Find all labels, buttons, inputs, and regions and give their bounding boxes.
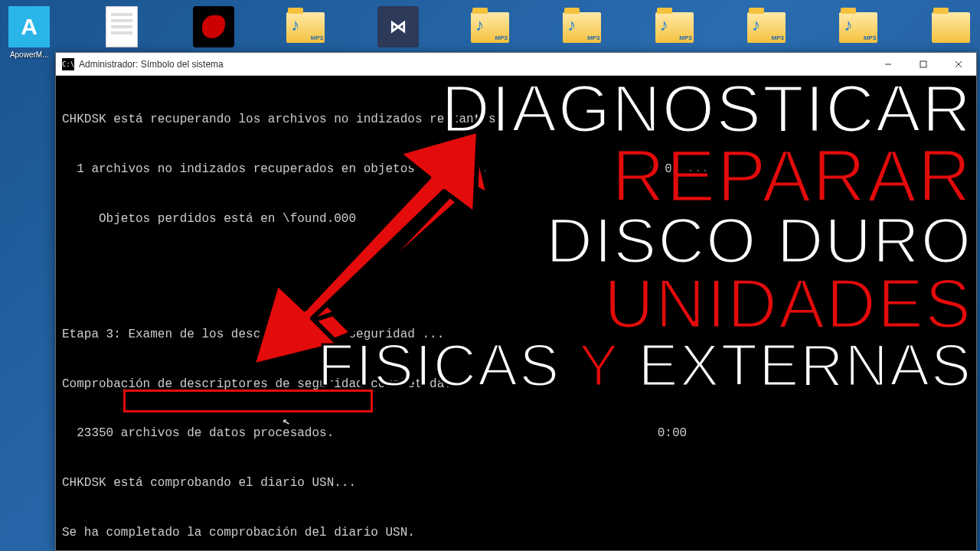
desktop-icon-wax[interactable] xyxy=(191,6,237,47)
window-title: Administrador: Símbolo del sistema xyxy=(79,59,871,70)
desktop-icon-mp3-2[interactable]: ♪ MP3 xyxy=(467,6,513,43)
folder-icon: ♪ MP3 xyxy=(655,12,694,43)
folder-icon xyxy=(932,12,970,43)
desktop-icon-folder-7[interactable] xyxy=(928,6,974,43)
folder-icon: ♪ MP3 xyxy=(471,12,509,43)
apowermirror-icon: A xyxy=(8,6,50,47)
close-button[interactable] xyxy=(941,53,976,76)
desktop-icon-virtualbox[interactable]: ⋈ xyxy=(374,6,420,47)
desktop-icon-label: ApowerM... xyxy=(10,51,49,59)
maximize-button[interactable] xyxy=(906,53,941,76)
desktop-icon-mp3-4[interactable]: ♪ MP3 xyxy=(652,6,697,43)
wax-icon xyxy=(193,6,234,47)
folder-icon: ♪ MP3 xyxy=(839,12,877,43)
terminal-line: Etapa 3: Examen de los descriptores de s… xyxy=(62,327,970,344)
terminal-line: Se ha completado la comprobación del dia… xyxy=(62,525,970,542)
desktop-icon-apowermirror[interactable]: A ApowerM... xyxy=(6,6,52,59)
folder-icon: ♪ MP3 xyxy=(286,12,325,43)
document-icon xyxy=(106,6,138,47)
command-prompt-window: C:\ Administrador: Símbolo del sistema C… xyxy=(55,52,977,551)
titlebar[interactable]: C:\ Administrador: Símbolo del sistema xyxy=(56,53,976,76)
terminal-line: CHKDSK está comprobando el diario USN... xyxy=(62,475,970,492)
virtualbox-icon: ⋈ xyxy=(377,6,419,47)
minimize-button[interactable] xyxy=(871,53,906,76)
terminal-line: 1 archivos no indizados recuperados en o… xyxy=(62,161,970,178)
svg-rect-1 xyxy=(920,61,926,67)
folder-icon: ♪ MP3 xyxy=(747,12,786,43)
terminal-line: Comprobación de descriptores de segurida… xyxy=(62,377,970,393)
terminal-output[interactable]: CHKDSK está recuperando los archivos no … xyxy=(56,76,976,550)
desktop-icon-mp3-3[interactable]: ♪ MP3 xyxy=(559,6,605,43)
terminal-line: CHKDSK está recuperando los archivos no … xyxy=(62,112,970,129)
terminal-line: Objetos perdidos está en \found.000 xyxy=(62,211,970,228)
desktop-icon-doc[interactable] xyxy=(98,6,144,47)
desktop-icon-mp3-1[interactable]: ♪ MP3 xyxy=(283,6,328,43)
desktop-icons-row: A ApowerM... ♪ MP3 ⋈ ♪ MP3 ♪ MP3 ♪ MP3 xyxy=(6,6,974,59)
desktop-icon-mp3-6[interactable]: ♪ MP3 xyxy=(835,6,881,43)
terminal-line: 23350 archivos de datos procesados. 0:00 xyxy=(62,425,970,442)
desktop-icon-mp3-5[interactable]: ♪ MP3 xyxy=(743,6,789,43)
folder-icon: ♪ MP3 xyxy=(563,12,601,43)
cmd-icon: C:\ xyxy=(62,58,74,70)
highlight-rectangle xyxy=(123,390,373,412)
